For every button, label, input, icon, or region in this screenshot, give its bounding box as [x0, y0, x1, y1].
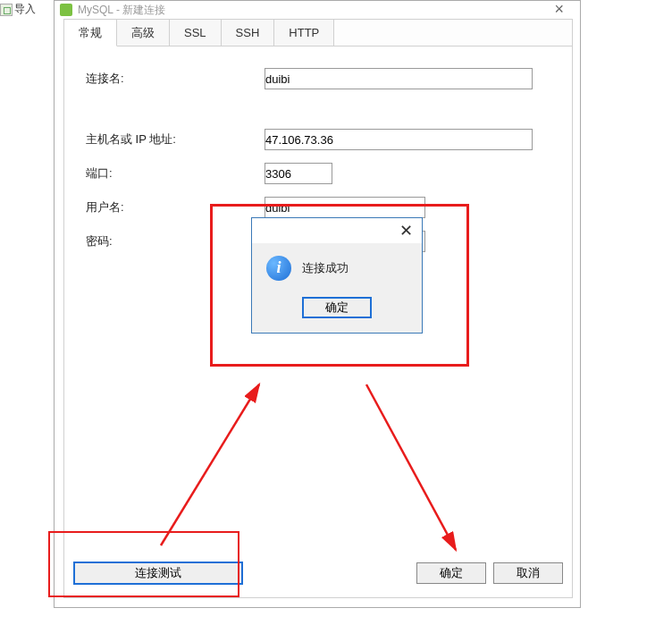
msgbox-close-icon[interactable]: ✕: [399, 223, 413, 239]
host-label: 主机名或 IP 地址:: [86, 131, 265, 148]
msgbox-text: 连接成功: [302, 260, 349, 276]
close-icon[interactable]: ×: [554, 0, 564, 19]
host-input[interactable]: [265, 129, 533, 150]
titlebar: MySQL - 新建连接 ×: [55, 1, 580, 19]
user-input[interactable]: [265, 197, 425, 218]
pwd-label: 密码:: [86, 233, 265, 249]
window-title: MySQL - 新建连接: [78, 3, 165, 18]
port-label: 端口:: [86, 165, 265, 182]
conn-name-input[interactable]: [265, 68, 533, 89]
ok-button[interactable]: 确定: [416, 562, 486, 584]
tab-http[interactable]: HTTP: [274, 20, 334, 46]
app-icon: [60, 4, 72, 16]
tab-advanced[interactable]: 高级: [117, 20, 170, 46]
msgbox-titlebar: ✕: [252, 218, 422, 243]
bg-toolbar-fragment: 导入: [0, 2, 36, 17]
user-label: 用户名:: [86, 199, 265, 215]
import-icon: [0, 4, 13, 16]
bg-label: 导入: [14, 2, 36, 17]
success-msgbox: ✕ 连接成功 确定: [251, 217, 423, 334]
info-icon: [266, 256, 291, 281]
dialog-footer: 连接测试 确定 取消: [73, 562, 563, 585]
conn-name-label: 连接名:: [86, 71, 265, 87]
cancel-button[interactable]: 取消: [493, 562, 563, 584]
tab-ssh[interactable]: SSH: [222, 20, 275, 46]
port-input[interactable]: [265, 163, 332, 184]
tab-general[interactable]: 常规: [64, 20, 117, 46]
tab-bar: 常规 高级 SSL SSH HTTP: [64, 20, 572, 46]
test-connection-button[interactable]: 连接测试: [73, 562, 243, 585]
tab-ssl[interactable]: SSL: [170, 20, 222, 46]
msgbox-ok-button[interactable]: 确定: [302, 297, 372, 318]
